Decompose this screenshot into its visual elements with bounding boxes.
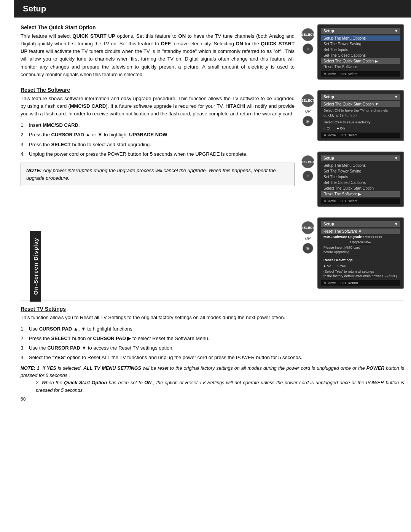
step-2: 2. Press the CURSOR PAD ▲ or ▼ to highli… [21, 131, 295, 139]
tv-controls-1: SELECT ○ [301, 24, 314, 54]
screen2-subtitle: Select The Quick Start Option ▼ [321, 101, 400, 107]
select-button-4[interactable]: SELECT [301, 221, 314, 234]
screen3-menu-inputs: Set The Inputs [321, 174, 400, 180]
tv-screen-2: Setup ▼ Select The Quick Start Option ▼ … [317, 90, 404, 141]
bottom-move-2: ❖ Move [323, 133, 336, 137]
reset-step-3: 3. Use the CURSOR PAD ▼ to access the Re… [21, 344, 404, 352]
screen3-menu-setup: Setup The Menu Options [321, 163, 400, 168]
note-box-upgrade: NOTE: Any power interruption during the … [21, 163, 295, 186]
tv-controls-4: SELECT OR ◉ [301, 217, 314, 254]
screen4-upgrade-btn: Upgrade Now [321, 240, 400, 245]
nav-circle-3[interactable]: ○ [303, 171, 313, 181]
screen4-mmc: MMC Software Upgrade : Vxxxx.xxxx [321, 234, 400, 240]
or-label-2: OR [305, 109, 311, 113]
or-label-4: OR [305, 236, 311, 241]
bottom-move-3: ❖ Move [323, 199, 336, 203]
nav-circle-4[interactable]: ◉ [303, 243, 313, 254]
screen3-arrow: ▼ [394, 156, 398, 160]
reset-step-4: 4. Select the "YES" option to Reset ALL … [21, 354, 404, 361]
screen4-subtitle: Reset The Software ▼ [321, 228, 400, 234]
screen4-arrow: ▼ [394, 222, 398, 226]
screen2-radio-off: ○ Off [323, 126, 331, 130]
screen2-arrow: ▼ [394, 95, 398, 99]
right-column: SELECT ○ Setup ▼ Setup The Menu Options … [301, 24, 404, 294]
step-1: 1. Insert MMC/SD CARD. [21, 121, 295, 129]
select-button-3[interactable]: SELECT [301, 155, 314, 168]
left-column: Select The Quick Start Option This featu… [21, 24, 295, 294]
screen3-menu-reset: Reset The Software ▶ [321, 191, 400, 197]
tv-screen-2-row: SELECT OR ◉ Setup ▼ Select The Quick Sta… [301, 90, 404, 141]
step-4: 4. Unplug the power cord or press the PO… [21, 150, 295, 158]
tv-screen-4-row: SELECT OR ◉ Setup ▼ Reset The Software ▼… [301, 217, 404, 289]
nav-circle-1[interactable]: ○ [303, 43, 313, 54]
reset-software-steps: 1. Insert MMC/SD CARD. 2. Press the CURS… [21, 121, 295, 158]
tv-screen-1: Setup ▼ Setup The Menu Options Set The P… [317, 24, 404, 80]
select-button-1[interactable]: SELECT [301, 28, 314, 41]
bottom-select-1: SEL Select [341, 72, 357, 76]
screen4-reset-label: Reset TV Settings [321, 257, 400, 263]
screen2-title: Setup [323, 95, 334, 99]
menu-power-saving: Set The Power Saving [321, 41, 400, 47]
reset-step-1: 1. Use CURSOR PAD ▲, ▼ to highlight func… [21, 325, 404, 333]
screen4-select-note: (Select "Yes" to return all settingsto t… [321, 269, 400, 279]
reset-step-2: 2. Press the SELECT button or CURSOR PAD… [21, 335, 404, 342]
tv-screen-3: Setup ▼ Setup The Menu Options Set The P… [317, 152, 404, 207]
tv-controls-3: SELECT ○ [301, 152, 314, 181]
screen1-arrow: ▼ [394, 29, 398, 33]
reset-software-heading: Reset The Software [21, 87, 295, 93]
screen2-text1: Select ON to have the TV tune channels q… [321, 107, 400, 119]
page-number: 60 [14, 394, 411, 402]
bottom-select-3: SEL Select [341, 199, 357, 203]
screen4-insert-note: Please Insert MMC cardbefore upgrading. [321, 245, 400, 255]
bottom-move-1: ❖ Move [323, 72, 336, 76]
quick-start-body: This feature will select QUICK START UP … [21, 32, 295, 78]
tv-screen-3-row: SELECT ○ Setup ▼ Setup The Menu Options … [301, 152, 404, 207]
screen3-menu-captions: Set The Closed Captions [321, 180, 400, 185]
quick-start-section: Select The Quick Start Option This featu… [21, 24, 295, 78]
reset-tv-body: This function allows you to Reset all TV… [21, 314, 404, 321]
page-title: Setup [14, 0, 411, 18]
screen2-radio-on: ● On [337, 126, 345, 130]
menu-setup-options: Setup The Menu Options [321, 35, 400, 41]
reset-software-body: This feature shows software information … [21, 95, 295, 118]
screen2-radio: ○ Off ● On [321, 125, 400, 131]
bottom-move-4: ❖ Move [323, 281, 336, 285]
tv-screen-1-row: SELECT ○ Setup ▼ Setup The Menu Options … [301, 24, 404, 80]
step-3: 3. Press the SELECT button to select and… [21, 141, 295, 149]
bottom-return-4: SEL Return [341, 281, 358, 285]
screen3-menu-quickstart: Select The Quick Start Option [321, 185, 400, 191]
menu-reset-software: Reset The Software [321, 64, 400, 70]
select-button-2[interactable]: SELECT [301, 94, 314, 107]
screen3-title: Setup [323, 156, 334, 160]
nav-circle-2[interactable]: ◉ [303, 116, 313, 126]
screen1-title: Setup [323, 29, 334, 33]
screen3-menu-power: Set The Power Saving [321, 168, 400, 174]
menu-quick-start: Select The Quick Start Option ▶ [321, 58, 400, 64]
menu-inputs: Set The Inputs [321, 47, 400, 53]
screen4-radio-no: ● No [323, 264, 331, 268]
screen4-radio-yes: ○ Yes [337, 264, 346, 268]
bottom-select-2: SEL Select [341, 133, 357, 137]
reset-tv-section: Reset TV Settings This function allows y… [14, 300, 411, 362]
reset-tv-heading: Reset TV Settings [21, 306, 404, 312]
reset-tv-steps: 1. Use CURSOR PAD ▲, ▼ to highlight func… [21, 325, 404, 362]
tv-controls-2: SELECT OR ◉ [301, 90, 314, 126]
sidebar-label: On-Screen Display [30, 230, 41, 301]
reset-software-section: Reset The Software This feature shows so… [21, 87, 295, 186]
bottom-note: NOTE: 1. If YES is selected, ALL TV MENU… [21, 365, 404, 395]
tv-screen-4: Setup ▼ Reset The Software ▼ MMC Softwar… [317, 217, 404, 289]
quick-start-heading: Select The Quick Start Option [21, 24, 295, 30]
screen2-text2: Select OFF to save electricity. [321, 119, 400, 125]
menu-closed-captions: Set The Closed Captions [321, 53, 400, 58]
screen4-radio: ● No ○ Yes [321, 263, 400, 269]
screen4-title: Setup [323, 222, 334, 226]
